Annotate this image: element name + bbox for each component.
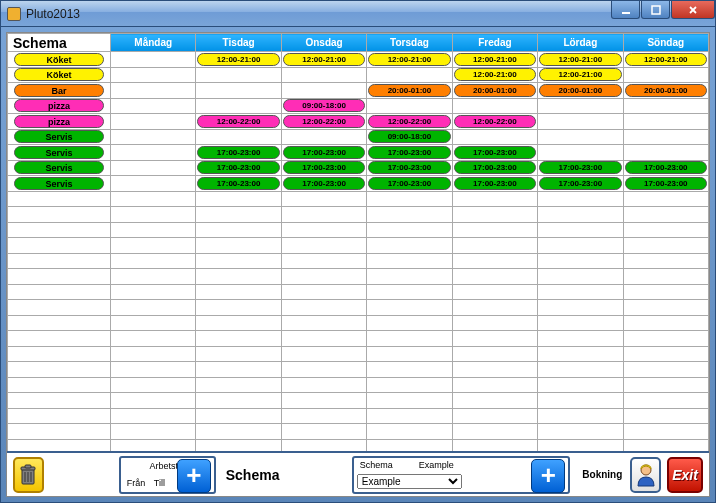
schedule-cell-empty[interactable] xyxy=(452,269,537,285)
row-label-pill[interactable]: Servis xyxy=(14,161,104,174)
schedule-cell-empty[interactable] xyxy=(281,284,366,300)
schedule-cell[interactable]: 12:00-21:00 xyxy=(196,52,281,68)
schedule-cell-empty[interactable] xyxy=(623,191,708,207)
bokning-button[interactable] xyxy=(630,457,661,493)
shift-pill[interactable]: 12:00-21:00 xyxy=(368,53,450,66)
shift-pill[interactable]: 17:00-23:00 xyxy=(368,146,450,159)
shift-pill[interactable]: 20:00-01:00 xyxy=(539,84,621,97)
schedule-cell-empty[interactable] xyxy=(111,67,196,83)
schedule-cell[interactable]: 17:00-23:00 xyxy=(452,160,537,176)
schedule-cell[interactable]: 17:00-23:00 xyxy=(196,176,281,192)
schedule-cell-empty[interactable] xyxy=(623,114,708,130)
schedule-cell-empty[interactable] xyxy=(281,300,366,316)
shift-pill[interactable]: 12:00-21:00 xyxy=(454,53,536,66)
schedule-cell[interactable]: 20:00-01:00 xyxy=(538,83,623,99)
schedule-cell-empty[interactable] xyxy=(538,362,623,378)
row-label-pill[interactable]: Köket xyxy=(14,53,104,66)
schedule-cell-empty[interactable] xyxy=(111,346,196,362)
schedule-cell[interactable]: 20:00-01:00 xyxy=(623,83,708,99)
schedule-cell-empty[interactable] xyxy=(196,362,281,378)
shift-pill[interactable]: 12:00-22:00 xyxy=(454,115,536,128)
shift-pill[interactable]: 17:00-23:00 xyxy=(454,177,536,190)
schedule-cell[interactable]: 17:00-23:00 xyxy=(538,160,623,176)
schedule-cell-empty[interactable] xyxy=(367,269,452,285)
schedule-cell-empty[interactable] xyxy=(623,253,708,269)
schedule-cell-empty[interactable] xyxy=(281,67,366,83)
schedule-cell-empty[interactable] xyxy=(196,67,281,83)
schedule-cell-empty[interactable] xyxy=(538,207,623,223)
schedule-cell-empty[interactable] xyxy=(623,424,708,440)
schedule-cell-empty[interactable] xyxy=(111,331,196,347)
schedule-cell-empty[interactable] xyxy=(623,408,708,424)
schedule-cell[interactable]: 17:00-23:00 xyxy=(367,145,452,161)
schedule-cell[interactable]: 12:00-22:00 xyxy=(367,114,452,130)
shift-pill[interactable]: 17:00-23:00 xyxy=(197,146,279,159)
maximize-button[interactable] xyxy=(641,1,670,19)
schedule-cell-empty[interactable] xyxy=(111,83,196,99)
schedule-cell-empty[interactable] xyxy=(623,129,708,145)
schedule-cell-empty[interactable] xyxy=(196,83,281,99)
schedule-cell[interactable]: 12:00-21:00 xyxy=(367,52,452,68)
close-button[interactable] xyxy=(671,1,715,19)
schedule-cell[interactable]: 12:00-21:00 xyxy=(538,67,623,83)
schedule-cell-empty[interactable] xyxy=(623,145,708,161)
schedule-cell-empty[interactable] xyxy=(196,346,281,362)
schedule-cell-empty[interactable] xyxy=(623,346,708,362)
row-label-pill[interactable]: Bar xyxy=(14,84,104,97)
schedule-cell-empty[interactable] xyxy=(623,362,708,378)
shift-pill[interactable]: 12:00-22:00 xyxy=(368,115,450,128)
shift-pill[interactable]: 20:00-01:00 xyxy=(454,84,536,97)
schedule-cell-empty[interactable] xyxy=(452,315,537,331)
schedule-cell-empty[interactable] xyxy=(196,408,281,424)
schedule-cell-empty[interactable] xyxy=(367,300,452,316)
schedule-cell-empty[interactable] xyxy=(452,346,537,362)
schedule-cell-empty[interactable] xyxy=(367,424,452,440)
schedule-cell-empty[interactable] xyxy=(281,362,366,378)
schedule-cell-empty[interactable] xyxy=(452,98,537,114)
schedule-cell-empty[interactable] xyxy=(538,191,623,207)
schedule-cell-empty[interactable] xyxy=(623,300,708,316)
schedule-cell-empty[interactable] xyxy=(623,238,708,254)
schedule-cell-empty[interactable] xyxy=(367,362,452,378)
schedule-cell[interactable]: 17:00-23:00 xyxy=(196,145,281,161)
schedule-cell-empty[interactable] xyxy=(623,331,708,347)
schedule-cell-empty[interactable] xyxy=(538,315,623,331)
schedule-cell-empty[interactable] xyxy=(111,284,196,300)
schedule-cell-empty[interactable] xyxy=(196,315,281,331)
schedule-cell-empty[interactable] xyxy=(452,207,537,223)
schedule-cell-empty[interactable] xyxy=(196,300,281,316)
schedule-cell-empty[interactable] xyxy=(281,253,366,269)
schedule-cell-empty[interactable] xyxy=(538,238,623,254)
shift-pill[interactable]: 17:00-23:00 xyxy=(625,161,707,174)
shift-pill[interactable]: 17:00-23:00 xyxy=(283,146,365,159)
schedule-cell[interactable]: 17:00-23:00 xyxy=(623,160,708,176)
schedule-cell-empty[interactable] xyxy=(538,408,623,424)
schedule-cell-empty[interactable] xyxy=(111,315,196,331)
schedule-cell-empty[interactable] xyxy=(452,439,537,451)
schedule-cell[interactable]: 17:00-23:00 xyxy=(367,176,452,192)
schedule-cell-empty[interactable] xyxy=(281,393,366,409)
schedule-cell-empty[interactable] xyxy=(281,238,366,254)
schedule-cell-empty[interactable] xyxy=(111,52,196,68)
schedule-cell-empty[interactable] xyxy=(281,83,366,99)
row-label-pill[interactable]: Köket xyxy=(14,68,104,81)
row-label-pill[interactable]: Servis xyxy=(14,177,104,190)
schedule-cell-empty[interactable] xyxy=(196,331,281,347)
schedule-cell[interactable]: 12:00-21:00 xyxy=(623,52,708,68)
schedule-cell[interactable]: 09:00-18:00 xyxy=(281,98,366,114)
schedule-cell-empty[interactable] xyxy=(538,346,623,362)
schedule-cell-empty[interactable] xyxy=(281,191,366,207)
schedule-cell-empty[interactable] xyxy=(452,191,537,207)
shift-pill[interactable]: 12:00-21:00 xyxy=(454,68,536,81)
schedule-cell-empty[interactable] xyxy=(111,207,196,223)
schedule-cell-empty[interactable] xyxy=(623,222,708,238)
schedule-cell-empty[interactable] xyxy=(196,424,281,440)
shift-pill[interactable]: 17:00-23:00 xyxy=(283,177,365,190)
schedule-cell-empty[interactable] xyxy=(196,377,281,393)
schedule-cell-empty[interactable] xyxy=(196,253,281,269)
schedule-cell-empty[interactable] xyxy=(196,191,281,207)
shift-pill[interactable]: 12:00-21:00 xyxy=(539,68,621,81)
schedule-cell-empty[interactable] xyxy=(452,424,537,440)
schedule-cell[interactable]: 12:00-22:00 xyxy=(281,114,366,130)
schedule-cell[interactable]: 12:00-21:00 xyxy=(281,52,366,68)
